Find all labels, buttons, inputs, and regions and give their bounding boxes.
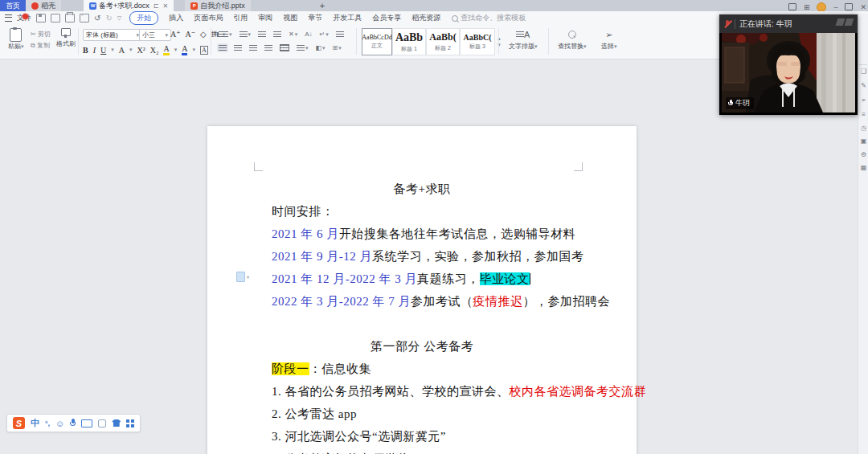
ribbon-tabs: 开始 插入 页面布局 引用 审阅 视图 章节 开发工具 会员专享 稻壳资源 [129, 11, 440, 25]
ribbon-tab-docer-resources[interactable]: 稻壳资源 [411, 13, 440, 23]
tab-home[interactable]: 首页 [0, 0, 26, 11]
ribbon-tab-review[interactable]: 审阅 [258, 13, 272, 23]
pen-icon[interactable]: ✎ [859, 82, 868, 89]
print-preview-icon[interactable] [80, 14, 89, 22]
emoji-icon[interactable]: ☺ [55, 419, 64, 428]
highlight-color-button[interactable]: A [163, 44, 169, 55]
ribbon-tab-view[interactable]: 视图 [283, 13, 297, 23]
adjust-icon[interactable]: ≡ [859, 111, 868, 118]
decrease-indent-button[interactable] [256, 30, 268, 39]
subscript-button[interactable]: X₂ [150, 46, 159, 55]
sogou-input-bar[interactable]: S 中 °, ☺ [6, 414, 141, 432]
cut-button[interactable]: ✂ 剪切 [31, 30, 51, 39]
document-page[interactable] [207, 126, 637, 454]
document-canvas[interactable]: 备考+求职 时间安排： 2021 年 6 月开始搜集各地往年考试信息，选购辅导材… [0, 59, 868, 454]
char-style-button[interactable]: A [119, 46, 125, 55]
restore-button[interactable] [845, 3, 853, 10]
text-direction-button[interactable]: ✕▾ [287, 30, 299, 39]
align-center-button[interactable] [232, 43, 244, 52]
image-icon[interactable]: ▣ [859, 137, 868, 145]
wrap-button[interactable]: ↵▾ [318, 30, 330, 39]
pin-icon[interactable]: ⊏ [154, 2, 159, 10]
font-name-select[interactable]: 宋体 (标题)▾ [83, 29, 142, 41]
font-size-select[interactable]: 小三▾ [139, 29, 171, 41]
shrink-font-button[interactable]: A⁻ [186, 30, 196, 39]
clear-format-button[interactable]: ◇ [200, 30, 207, 39]
justify-button[interactable] [263, 43, 274, 52]
table-grid-icon[interactable]: ▦ [859, 164, 868, 171]
font-color-button[interactable]: A [182, 44, 187, 55]
shading-button[interactable]: ◧▾ [314, 43, 327, 52]
grow-font-button[interactable]: A⁺ [170, 30, 181, 39]
bullet-list-button[interactable]: ▾ [217, 30, 234, 39]
ribbon-tab-member[interactable]: 会员专享 [372, 13, 401, 23]
command-search[interactable]: 查找命令、搜索模板 [452, 13, 526, 23]
tab-presentation[interactable]: P 自我介绍.pptx [185, 0, 251, 11]
punctuation-icon[interactable]: °, [45, 419, 50, 427]
ribbon-tab-section[interactable]: 章节 [308, 13, 322, 23]
ribbon-tab-developer[interactable]: 开发工具 [333, 13, 362, 23]
copy-button[interactable]: ⧉ 复制 [31, 41, 51, 50]
undo-icon[interactable]: ↺ [94, 14, 100, 22]
more-commands-icon[interactable]: ▽ [117, 15, 121, 22]
share-icon[interactable]: ❑ [859, 67, 868, 75]
style-heading3[interactable]: AaBbC( 标题 3 [460, 28, 495, 55]
save-icon[interactable] [36, 14, 46, 22]
select-button[interactable]: ➢ 选择▾ [601, 29, 617, 51]
close-button[interactable]: ✕ [860, 3, 866, 11]
align-right-button[interactable] [248, 43, 259, 52]
paste-options-popup[interactable]: ▾ [236, 272, 249, 282]
print-icon[interactable] [65, 14, 75, 22]
bold-button[interactable]: B [83, 46, 88, 55]
style-heading1[interactable]: AaBb 标题 1 [392, 28, 426, 55]
main-menu-icon[interactable] [5, 14, 12, 22]
text-layout-button[interactable]: A 文字排版▾ [509, 29, 538, 51]
format-painter-button[interactable]: 格式刷 [56, 28, 76, 48]
app-grid-icon[interactable]: ⊞ [804, 3, 810, 11]
tab-document-active[interactable]: W 备考+求职.docx ⊏ ✕ [84, 0, 174, 11]
tab-docer[interactable]: 稻壳 [26, 0, 61, 11]
distribute-button[interactable] [278, 43, 291, 52]
line-spacing-button[interactable]: ▾ [295, 43, 310, 52]
align-left-button[interactable] [217, 43, 228, 52]
skin-icon[interactable] [788, 3, 796, 10]
tab-home-label: 首页 [6, 1, 20, 11]
underline-button[interactable]: U [100, 46, 106, 55]
output-icon[interactable] [51, 14, 60, 22]
close-tab-icon[interactable]: ✕ [162, 2, 168, 10]
new-tab-button[interactable]: + [313, 0, 331, 11]
char-border-button[interactable]: A [200, 46, 208, 55]
cursor-icon[interactable]: ➢ [859, 96, 868, 104]
style-heading2[interactable]: AaBb( 标题 2 [426, 28, 460, 55]
clock-icon[interactable]: ◷ [859, 125, 868, 132]
ribbon-tab-insert[interactable]: 插入 [169, 13, 183, 23]
toolbox-icon[interactable] [126, 419, 134, 427]
show-marks-button[interactable] [334, 30, 346, 39]
skin-shirt-icon[interactable] [112, 419, 121, 427]
borders-button[interactable]: ⊞▾ [331, 43, 343, 52]
docer-icon [31, 2, 39, 10]
chinese-mode-icon[interactable]: 中 [31, 417, 39, 429]
sort-button[interactable]: A↓ [303, 30, 313, 39]
ribbon-tab-page-layout[interactable]: 页面布局 [194, 13, 223, 23]
keyboard-icon[interactable] [81, 419, 92, 427]
paste-button[interactable]: 粘贴▾ [8, 28, 24, 51]
gear-icon[interactable]: ⚙ [859, 151, 868, 158]
ribbon-tab-home[interactable]: 开始 [129, 11, 158, 25]
tab-presentation-label: 自我介绍.pptx [200, 1, 245, 11]
meeting-header[interactable]: 正在讲话: 牛玥 [719, 14, 858, 33]
account-avatar[interactable] [817, 2, 826, 12]
italic-button[interactable]: I [93, 46, 96, 55]
superscript-button[interactable]: X² [137, 46, 145, 55]
redo-icon[interactable]: ↻ [105, 14, 112, 22]
voice-input-icon[interactable] [70, 419, 76, 427]
minimize-button[interactable]: – [833, 3, 837, 11]
increase-indent-button[interactable] [272, 30, 283, 39]
find-replace-button[interactable]: 查找替换▾ [558, 29, 587, 51]
ribbon-tab-references[interactable]: 引用 [233, 13, 248, 23]
numbered-list-button[interactable]: ▾ [238, 30, 253, 39]
style-normal[interactable]: AaBbCcDd 正文 [362, 28, 392, 55]
sogou-logo-icon[interactable]: S [13, 417, 25, 429]
meeting-video-overlay[interactable]: 正在讲话: 牛玥 [719, 14, 858, 115]
handwriting-icon[interactable] [98, 419, 106, 427]
